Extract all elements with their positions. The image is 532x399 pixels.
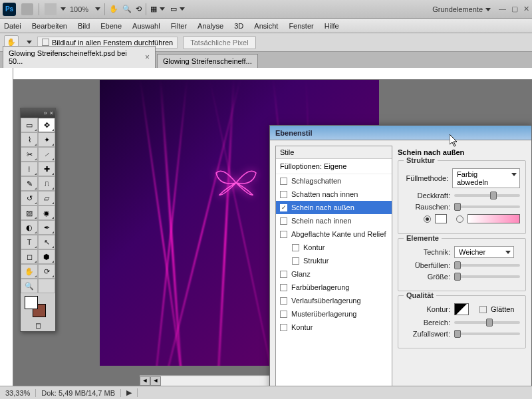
menu-analysis[interactable]: Analyse (198, 22, 223, 30)
style-bevel[interactable]: Abgeflachte Kante und Relief (276, 227, 392, 241)
styles-header: Stile (276, 146, 392, 159)
technique-dropdown[interactable]: Weicher (454, 246, 514, 258)
history-brush-tool[interactable]: ↺ (21, 191, 38, 205)
styles-list: Stile Fülloptionen: Eigene Schlagschatte… (275, 146, 392, 399)
workspace-switcher[interactable]: Grundelemente (432, 5, 483, 13)
crop-tool[interactable]: ✂ (21, 147, 38, 162)
move-tool[interactable]: ✥ (38, 118, 55, 132)
gradient-tool[interactable]: ▨ (21, 205, 38, 220)
zoom-icon[interactable]: 🔍 (122, 5, 132, 13)
style-drop-shadow[interactable]: Schlagschatten (276, 174, 392, 188)
style-inner-glow[interactable]: Schein nach innen (276, 214, 392, 227)
quick-select-tool[interactable]: ✦ (38, 132, 55, 147)
bridge-icon[interactable] (21, 3, 33, 15)
contour-picker[interactable] (454, 303, 469, 315)
tab-1-close-icon[interactable]: × (145, 53, 150, 62)
tab-1-label: Glowing Streifenscheineffekt.psd bei 50.… (9, 49, 141, 65)
style-stroke[interactable]: Kontur (276, 321, 392, 334)
tools-panel[interactable]: »× ▭ ✥ ⌇ ✦ ✂ ⟋ ⁞ ✚ ✎ ⎍ ↺ ▱ ▨ ◉ ◐ ✒ T ↖ ◻… (20, 108, 56, 332)
close-icon[interactable]: ✕ (523, 5, 529, 13)
color-swatches[interactable] (21, 293, 55, 320)
hand-icon[interactable]: ✋ (109, 5, 118, 13)
zoom-level[interactable]: 100% (70, 5, 88, 13)
menu-layer[interactable]: Ebene (100, 22, 122, 30)
status-zoom[interactable]: 33,33% (0, 389, 36, 397)
blur-tool[interactable]: ◉ (38, 205, 55, 220)
rotate-icon[interactable]: ⟲ (136, 5, 142, 13)
toolbox-close-icon[interactable]: × (50, 110, 53, 116)
app-logo: Ps (3, 3, 16, 16)
glow-gradient-swatch[interactable] (467, 214, 520, 223)
menu-filter[interactable]: Filter (171, 22, 187, 30)
eyedropper-tool[interactable]: ⁞ (21, 162, 38, 176)
layer-style-dialog: Ebenenstil Stile Fülloptionen: Eigene Sc… (269, 125, 532, 399)
tool-blank (38, 279, 55, 293)
menu-select[interactable]: Auswahl (132, 22, 160, 30)
path-select-tool[interactable]: ↖ (38, 235, 55, 249)
tab-2-label: Glowing Streifenscheineff... (163, 57, 252, 65)
rotate-view-tool[interactable]: ⟳ (38, 264, 55, 279)
outer-glow-header: Schein nach außen (398, 148, 526, 156)
noise-slider[interactable] (454, 205, 520, 208)
healing-tool[interactable]: ✚ (38, 162, 55, 176)
blend-mode-dropdown[interactable]: Farbig abwedeln (452, 168, 520, 188)
quick-mask-toggle[interactable]: ◻ (21, 320, 55, 331)
style-color-overlay[interactable]: Farbüberlagerung (276, 281, 392, 294)
fill-options[interactable]: Fülloptionen: Eigene (276, 159, 392, 174)
menu-3d[interactable]: 3D (234, 22, 243, 30)
menu-view[interactable]: Ansicht (254, 22, 278, 30)
hand-tool[interactable]: ✋ (21, 264, 38, 279)
size-slider[interactable] (454, 275, 520, 278)
gradient-radio[interactable] (456, 215, 464, 223)
toolbox-collapse-icon[interactable]: » (44, 110, 47, 116)
menu-window[interactable]: Fenster (289, 22, 313, 30)
menu-edit[interactable]: Bearbeiten (32, 22, 67, 30)
arrange-icon[interactable]: ▦ (150, 5, 157, 13)
style-gradient-overlay[interactable]: Verlaufsüberlagerung (276, 294, 392, 307)
ruler-vertical (0, 68, 13, 399)
style-satin[interactable]: Glanz (276, 267, 392, 281)
document-tab-1[interactable]: Glowing Streifenscheineffekt.psd bei 50.… (3, 46, 156, 68)
minimize-icon[interactable]: — (499, 5, 506, 13)
status-doc[interactable]: Dok: 5,49 MB/14,7 MB (36, 389, 121, 397)
3d-tool[interactable]: ⬢ (38, 249, 55, 264)
pen-tool[interactable]: ✒ (38, 220, 55, 235)
dialog-title[interactable]: Ebenenstil (270, 126, 531, 140)
dodge-tool[interactable]: ◐ (21, 220, 38, 235)
screen-mode-icon[interactable]: ▭ (170, 5, 177, 13)
style-outer-glow[interactable]: ✓Schein nach außen (276, 201, 392, 214)
foreground-swatch[interactable] (25, 296, 38, 309)
scroll-left-icon[interactable]: ◄ (140, 376, 150, 386)
elements-group: Elemente Technik: Weicher Überfüllen: Gr… (398, 238, 526, 291)
scroll-left2-icon[interactable]: ◄ (150, 376, 161, 386)
marquee-tool[interactable]: ▭ (21, 118, 38, 132)
lasso-tool[interactable]: ⌇ (21, 132, 38, 147)
color-radio[interactable] (424, 215, 431, 223)
glow-color-swatch[interactable] (435, 214, 447, 223)
status-arrow-icon[interactable]: ▶ (121, 388, 138, 397)
menu-help[interactable]: Hilfe (325, 22, 339, 30)
style-bevel-contour[interactable]: Kontur (276, 241, 392, 254)
menu-image[interactable]: Bild (78, 22, 90, 30)
range-slider[interactable] (454, 321, 520, 324)
jitter-slider[interactable] (454, 332, 520, 335)
zoom-tool[interactable]: 🔍 (21, 279, 38, 293)
type-tool[interactable]: T (21, 235, 38, 249)
spread-slider[interactable] (454, 264, 520, 267)
anti-alias-checkbox[interactable] (479, 306, 487, 313)
slice-tool[interactable]: ⟋ (38, 147, 55, 162)
actual-pixels-button[interactable]: Tatsächliche Pixel (183, 36, 255, 49)
document-tab-2[interactable]: Glowing Streifenscheineff... (157, 54, 258, 68)
eraser-tool[interactable]: ▱ (38, 191, 55, 205)
maximize-icon[interactable]: ▢ (511, 5, 518, 13)
shape-tool[interactable]: ◻ (21, 249, 38, 264)
scroll-all-label: Bildlauf in allen Fenstern durchführen (52, 39, 173, 47)
opacity-slider[interactable] (454, 194, 520, 197)
stamp-tool[interactable]: ⎍ (38, 176, 55, 191)
view-extras-icon[interactable] (45, 3, 57, 15)
menu-file[interactable]: Datei (4, 22, 21, 30)
style-pattern-overlay[interactable]: Musterüberlagerung (276, 307, 392, 321)
brush-tool[interactable]: ✎ (21, 176, 38, 191)
style-inner-shadow[interactable]: Schatten nach innen (276, 188, 392, 201)
style-bevel-texture[interactable]: Struktur (276, 254, 392, 267)
